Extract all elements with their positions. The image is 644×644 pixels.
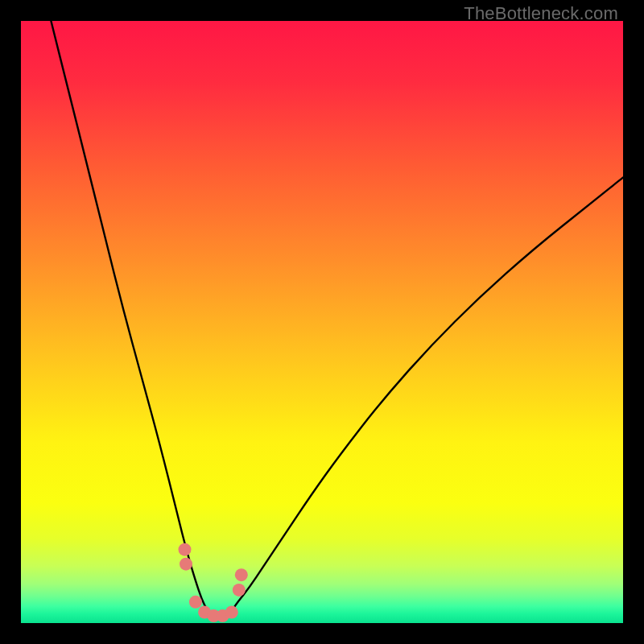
trough-dot [235,568,248,581]
trough-dot [180,558,192,571]
bottleneck-chart [21,21,623,623]
chart-frame [21,21,623,623]
trough-dot [189,596,202,609]
watermark-text: TheBottleneck.com [464,3,618,24]
trough-dot [233,584,246,597]
trough-dot [225,606,238,619]
trough-dot [179,543,192,556]
bottleneck-curve [51,21,623,618]
